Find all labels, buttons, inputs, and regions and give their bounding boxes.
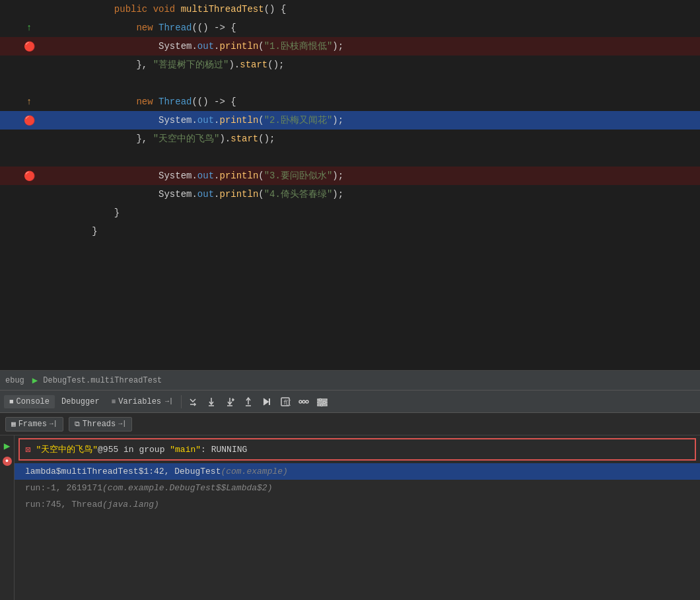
trace-button[interactable] — [295, 393, 312, 410]
threads-section: ⊠ "天空中的飞鸟"@955 in group "main": RUNNING … — [15, 435, 700, 600]
side-strip: ▶ ● — [0, 435, 15, 600]
code-content — [40, 337, 700, 348]
frames-button[interactable]: ▦ Frames →| — [5, 417, 63, 431]
breakpoint-side-icon: ● — [3, 457, 12, 466]
debugger-label: Debugger — [61, 397, 100, 406]
arrow-green-icon: ↑ — [24, 22, 34, 33]
svg-point-13 — [302, 400, 305, 403]
arrow-orange-icon: ↑ — [24, 96, 34, 107]
svg-text:(): () — [285, 400, 291, 406]
frames-arrow: →| — [50, 420, 57, 428]
code-content — [40, 300, 700, 311]
frame-package: (java.lang) — [102, 500, 159, 509]
code-line — [0, 241, 700, 259]
line-gutter: 🔴 — [0, 170, 40, 181]
frame-package: (com.example) — [221, 467, 287, 476]
code-content — [40, 263, 700, 274]
variables-label: Variables — [118, 397, 161, 406]
code-lines: public void multiThreadTest() { ↑ new Th… — [0, 0, 700, 352]
svg-point-12 — [299, 400, 302, 403]
line-gutter: 🔴 — [0, 41, 40, 52]
variables-arrow: →| — [165, 398, 173, 405]
line-gutter: 🔴 — [0, 115, 40, 126]
frames-label: Frames — [18, 420, 47, 429]
step-out-button[interactable] — [240, 393, 257, 410]
breakpoint-icon: 🔴 — [24, 115, 34, 126]
tab-console[interactable]: ■ Console — [4, 395, 55, 408]
line-gutter: ↑ — [0, 22, 40, 33]
debug-tab-bar: ebug ▶ DebugTest.multiThreadTest — [0, 371, 700, 391]
frame-text: run:745, Thread — [25, 500, 102, 509]
stack-frame-row[interactable]: run:-1, 2619171 (com.example.DebugTest$$… — [15, 480, 700, 496]
step-over-button[interactable] — [184, 393, 201, 410]
bottom-panel: ebug ▶ DebugTest.multiThreadTest ■ Conso… — [0, 370, 700, 600]
code-content — [40, 281, 700, 292]
frame-text: run:-1, 2619171 — [25, 483, 102, 493]
frame-package: (com.example.DebugTest$$Lambda$2) — [102, 483, 272, 493]
code-line — [0, 333, 700, 352]
code-editor: public void multiThreadTest() { ↑ new Th… — [0, 0, 700, 370]
tab-debugger[interactable]: Debugger — [56, 395, 105, 408]
debug-green-icon: ▶ — [32, 375, 38, 386]
thread-status-icon: ⊠ — [25, 444, 30, 455]
breakpoint-icon: 🔴 — [24, 170, 34, 181]
svg-point-20 — [320, 398, 322, 400]
code-line: } — [0, 222, 700, 241]
code-line: }, "天空中的飞鸟").start(); — [0, 130, 700, 148]
console-label: Console — [17, 397, 50, 406]
step-into-button[interactable] — [203, 393, 220, 410]
tab-variables[interactable]: ≡ Variables →| — [106, 395, 178, 408]
frames-icon: ▦ — [11, 420, 16, 428]
variables-icon: ≡ — [112, 398, 116, 406]
thread-name: "天空中的飞鸟"@955 in group "main": RUNNING — [36, 443, 247, 455]
code-line — [0, 296, 700, 315]
threads-panel: ▶ ● ⊠ "天空中的飞鸟"@955 in group "main": RUNN… — [0, 435, 700, 600]
debug-method-path: DebugTest.multiThreadTest — [43, 376, 162, 385]
run-arrow-icon: ▶ — [4, 439, 11, 453]
code-line — [0, 259, 700, 278]
threads-label: Threads — [83, 420, 116, 429]
threads-arrow: →| — [118, 420, 126, 428]
frames-threads-bar: ▦ Frames →| ⧉ Threads →| — [0, 413, 700, 435]
stack-frame-selected[interactable]: lambda$multiThreadTest$1:42, DebugTest (… — [15, 463, 700, 480]
code-line — [0, 278, 700, 296]
code-line — [0, 315, 700, 333]
svg-point-22 — [321, 404, 323, 406]
svg-point-21 — [324, 401, 326, 403]
step-into-alt-button[interactable] — [221, 393, 238, 410]
toolbar-separator — [181, 395, 182, 408]
settings-button[interactable] — [314, 393, 331, 410]
evaluate-button[interactable]: f () — [277, 393, 294, 410]
breakpoint-icon: 🔴 — [24, 41, 34, 52]
debug-label: ebug — [5, 376, 24, 385]
stack-frame-row[interactable]: run:745, Thread (java.lang) — [15, 496, 700, 513]
code-line: }, "菩提树下的杨过").start(); — [0, 56, 700, 74]
toolbar-bar: ■ Console Debugger ≡ Variables →| — [0, 391, 700, 413]
threads-icon: ⧉ — [75, 420, 80, 428]
threads-button[interactable]: ⧉ Threads →| — [69, 417, 132, 431]
code-content — [40, 244, 700, 255]
line-gutter: ↑ — [0, 96, 40, 107]
thread-header-row[interactable]: ⊠ "天空中的飞鸟"@955 in group "main": RUNNING — [18, 438, 696, 461]
frame-text: lambda$multiThreadTest$1:42, DebugTest — [25, 467, 221, 476]
svg-point-14 — [306, 400, 308, 403]
run-to-cursor-button[interactable] — [258, 393, 275, 410]
code-content — [40, 319, 700, 329]
console-icon: ■ — [9, 398, 14, 406]
